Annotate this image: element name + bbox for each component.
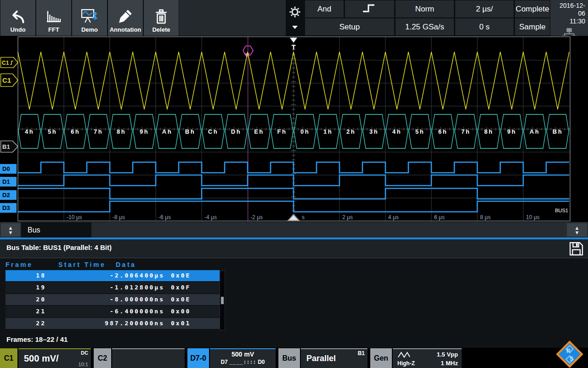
floppy-save-icon [569,249,583,257]
fft-icon [45,7,62,26]
cell-data: 0x0E [171,294,191,305]
bus-value-label: 9h [507,128,516,135]
scrollbar-handle[interactable] [221,297,224,304]
toolbar-empty-area [179,0,286,36]
cell-start: -1.012800µs [46,282,164,293]
table-row[interactable]: 22987.200000ns0x01 [6,318,220,329]
sample-rate-cell[interactable]: 1.25 GSa/s [396,18,454,35]
c2-settings-box[interactable] [112,348,185,368]
d7-0-settings-box[interactable]: 500 mV D7 ____↕↕↕↕ D0 [210,348,276,368]
bus-settings-box[interactable]: Parallel B1 [301,348,368,368]
horizontal-pos-cell[interactable]: 0 s [455,18,514,35]
table-row[interactable]: 20-8.000000ns0x0E [6,294,220,305]
toolbar-button-undo[interactable]: Undo [0,0,35,36]
scroll-up-icon: ▲ [8,226,13,230]
time-axis-label: -4 µs [204,214,217,221]
c2-channel-tag[interactable]: C2 [94,348,111,368]
generator-settings-box[interactable]: High-Z 1.5 Vpp 1 MHz [393,348,462,368]
channel-status-bar: C1 500 mV/ DC 10:1 C2 D7-0 500 mV D7 ___… [0,348,588,368]
time-axis-label: 2 µs [342,214,353,221]
trigger-level-tag[interactable]: C1 [0,57,18,70]
digital-d3-tag[interactable]: D3 [0,203,17,213]
delete-icon [153,7,169,26]
cell-start: -8.000000ns [46,294,164,305]
graticule: 4h5h6h7h8h9hAhBhChDhEhFh0h1h2h3h4h5h6h7h… [0,36,588,223]
toolbar-button-label: Delete [152,26,170,33]
bus-tag[interactable]: Bus [278,348,300,368]
toolbar-button-demo[interactable]: Demo [72,0,107,36]
bus1-position-tag[interactable]: B1 [0,141,18,154]
trigger-time-marker[interactable]: T [290,38,297,51]
table-row[interactable]: 18-2.006400µs0x0E [6,270,220,281]
tab-bus[interactable]: Bus [21,222,91,238]
d0-digital-waveform [18,162,569,173]
settings-gear-button[interactable] [287,0,303,36]
cell-frame: 18 [6,270,46,281]
toolbar-button-annotation[interactable]: Annotation [108,0,143,36]
cell-frame: 19 [6,282,46,293]
bus-value-label: 2h [346,128,356,135]
toolbar-button-delete[interactable]: Delete [144,0,179,36]
tab-scroll-left-widget[interactable]: ▲ ▼ [1,223,20,237]
trigger-setup-cell[interactable]: Setup [305,18,394,35]
trigger-mode-cell[interactable]: Norm [396,0,454,17]
c1-channel-tag[interactable]: C1 [0,348,17,368]
time-axis-label: 8 µs [480,214,491,221]
table-scrollbar[interactable] [220,271,225,330]
timebase-cell[interactable]: 2 µs/ [455,0,514,17]
toolbar-button-fft[interactable]: FFT [36,0,71,36]
chevron-down-icon [292,23,298,31]
acq-status-cell[interactable]: Complete [515,0,550,17]
digital-d2-tag[interactable]: D2 [0,190,17,200]
gen-frequency-label: 1 MHz [441,360,458,367]
scroll-down-icon: ▼ [8,230,13,235]
gen-amplitude-label: 1.5 Vpp [437,351,458,358]
tab-scroll-right-widget[interactable]: ▲ ▼ [567,223,587,237]
bus-value-label: 5h [415,128,424,135]
toolbar-button-label: Demo [81,26,98,33]
channel-tag-label: C1 [2,76,11,84]
bus-value-label: 6h [71,128,80,135]
save-button[interactable] [569,242,583,258]
bus-value-label: Eh [254,128,264,135]
col-frame-header: Frame [6,261,33,268]
time-axis-label: s [302,214,305,221]
trigger-setup-cell-label: Setup [339,23,360,32]
trigger-position-marker[interactable] [288,215,299,221]
trigger-logic-cell[interactable]: And [305,0,344,17]
trigger-slope-cell[interactable] [345,0,394,17]
c1-probe-label: 10:1 [79,362,88,367]
cell-frame: 22 [6,318,46,329]
table-row[interactable]: 19-1.012800µs0x0F [6,282,220,293]
bus-value-label: 1h [323,128,333,135]
rising-edge-icon [362,1,378,17]
time-axis-label: 6 µs [434,214,445,221]
time-axis-label: 10 µs [526,214,540,221]
time-axis-label: 4 µs [388,214,399,221]
datetime-panel[interactable]: 2016-12-06 11:30 [550,0,588,36]
trigger-mode-cell-label: Norm [415,5,435,14]
triangle-wave-icon [397,351,410,360]
d0-label: D0 [258,359,265,365]
digital-d0-tag[interactable]: D0 [0,164,17,174]
channel1-position-tag[interactable]: C1 [0,74,18,89]
d2-digital-waveform [18,188,569,199]
c1-settings-box[interactable]: 500 mV/ DC 10:1 [18,348,91,368]
digital-d1-tag[interactable]: D1 [0,177,17,187]
table-row[interactable]: 21-6.400000ns0x00 [6,306,220,317]
d7-0-logic-tag[interactable]: D7-0 [187,348,209,368]
time-axis-labels: -10 µs-8 µs-6 µs-4 µs-2 µss2 µs4 µs6 µs8… [67,214,540,221]
toolbar-button-label: Undo [10,26,25,33]
bus-table-rows: 18-2.006400µs0x0E19-1.012800µs0x0F20-8.0… [6,270,220,330]
cell-frame: 20 [6,294,46,305]
sample-rate-cell-label: 1.25 GSa/s [405,23,444,32]
bus-name-label: B1 [358,350,365,357]
d3-digital-waveform [18,201,569,212]
col-start-time-header: Start Time [58,261,106,268]
bus-table-title-bar: Bus Table: BUS1 (Parallel: 4 Bit) [0,239,588,258]
bus-value-label: Ch [208,128,218,135]
generator-tag[interactable]: Gen [370,348,392,368]
d7-0-scale-label: 500 mV [210,351,276,358]
acq-mode-cell[interactable]: Sample [515,18,550,35]
acq-mode-cell-label: Sample [519,23,546,32]
